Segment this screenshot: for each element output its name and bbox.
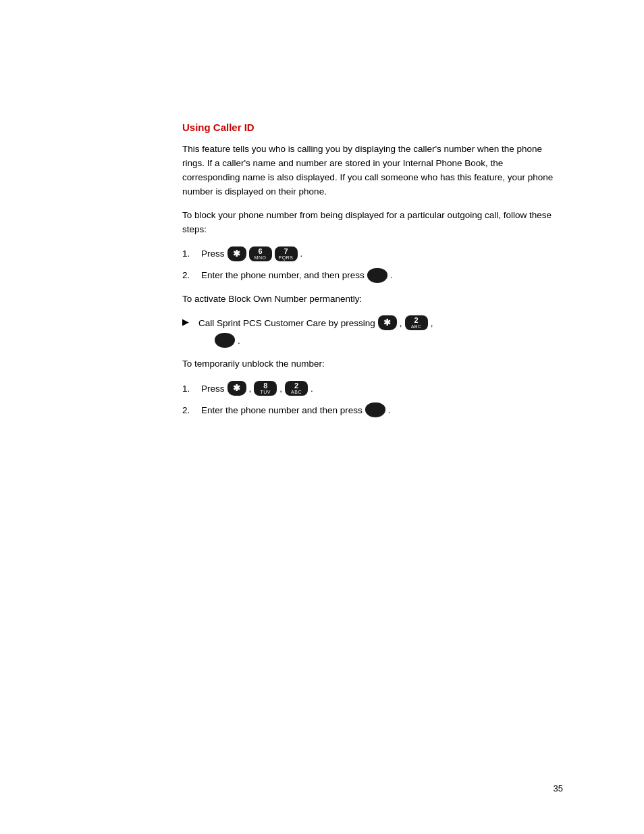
unblock-step-1-text-before: Press bbox=[201, 384, 225, 394]
block-instructions: To block your phone number from being di… bbox=[182, 209, 563, 237]
send-key-icon bbox=[367, 268, 387, 283]
block-step-1: 1. Press ✱ 6 MNO 7 PQRS . bbox=[182, 246, 563, 261]
unblock-step-2-content: Enter the phone number and then press . bbox=[201, 402, 390, 417]
activate-instructions: To activate Block Own Number permanently… bbox=[182, 292, 563, 307]
activate-comma-1: , bbox=[400, 318, 402, 328]
step-1-text-before: Press bbox=[201, 249, 225, 259]
unblock-step-num-1: 1. bbox=[182, 384, 201, 394]
activate-bullet-container: ▶ Call Sprint PCS Customer Care by press… bbox=[182, 315, 563, 348]
intro-paragraph: This feature tells you who is calling yo… bbox=[182, 142, 563, 199]
step-2-content: Enter the phone number, and then press . bbox=[201, 268, 392, 283]
unblock-comma-2: , bbox=[279, 384, 282, 394]
activate-comma-2: , bbox=[431, 318, 433, 328]
unblock-step-num-2: 2. bbox=[182, 405, 201, 415]
unblock-step-2-text-before: Enter the phone number and then press bbox=[201, 405, 363, 415]
section-title: Using Caller ID bbox=[182, 122, 563, 133]
step-num-2: 2. bbox=[182, 270, 201, 280]
unblock-comma-1: , bbox=[249, 384, 252, 394]
step-1-text-after: . bbox=[300, 249, 303, 259]
step-1-content: Press ✱ 6 MNO 7 PQRS . bbox=[201, 246, 302, 261]
unblock-step-1-text-after: . bbox=[311, 384, 313, 394]
step-2-text-before: Enter the phone number, and then press bbox=[201, 270, 365, 280]
activate-text-before: Call Sprint PCS Customer Care by pressin… bbox=[198, 318, 375, 328]
activate-bullet-content: Call Sprint PCS Customer Care by pressin… bbox=[198, 315, 433, 348]
key-7-pqrs-icon: 7 PQRS bbox=[275, 246, 298, 261]
star-key-2-icon: ✱ bbox=[378, 315, 397, 330]
unblock-step-1: 1. Press ✱ , 8 TUV , 2 ABC . bbox=[182, 381, 563, 396]
page-number: 35 bbox=[554, 783, 563, 793]
send-key-3-icon bbox=[365, 402, 385, 417]
block-step-2: 2. Enter the phone number, and then pres… bbox=[182, 268, 563, 283]
unblock-step-2-text-after: . bbox=[388, 405, 391, 415]
unblock-instructions: To temporarily unblock the number: bbox=[182, 357, 563, 371]
key-2-abc-icon: 2 ABC bbox=[405, 315, 428, 330]
unblock-step-1-content: Press ✱ , 8 TUV , 2 ABC . bbox=[201, 381, 313, 396]
activate-bullet-indent: . bbox=[215, 333, 433, 348]
activate-bullet-row: ▶ Call Sprint PCS Customer Care by press… bbox=[182, 315, 563, 348]
star-key-3-icon: ✱ bbox=[227, 381, 246, 396]
star-key-icon: ✱ bbox=[227, 246, 246, 261]
key-8-tuv-icon: 8 TUV bbox=[254, 381, 277, 396]
key-2-abc-2-icon: 2 ABC bbox=[285, 381, 308, 396]
key-6-mno-icon: 6 MNO bbox=[249, 246, 272, 261]
step-2-text-after: . bbox=[390, 270, 393, 280]
step-num-1: 1. bbox=[182, 249, 201, 259]
unblock-step-2: 2. Enter the phone number and then press… bbox=[182, 402, 563, 417]
unblock-steps-container: 1. Press ✱ , 8 TUV , 2 ABC . 2. E bbox=[182, 381, 563, 417]
bullet-arrow-icon: ▶ bbox=[182, 317, 198, 327]
block-steps-container: 1. Press ✱ 6 MNO 7 PQRS . 2. bbox=[182, 246, 563, 283]
send-key-2-icon bbox=[215, 333, 235, 348]
page-container: Using Caller ID This feature tells you w… bbox=[0, 0, 644, 834]
activate-period: . bbox=[238, 336, 240, 346]
